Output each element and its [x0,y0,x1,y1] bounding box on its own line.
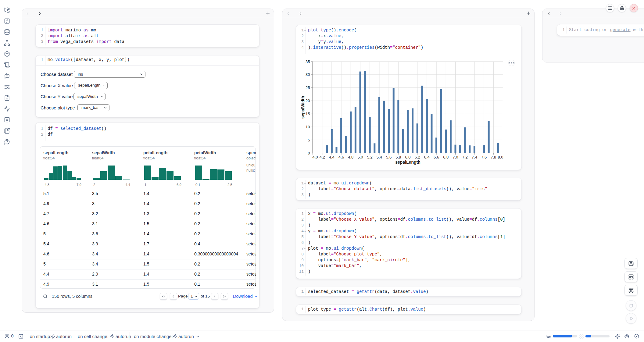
svg-text:8.0: 8.0 [498,155,503,159]
svg-text:4.8: 4.8 [348,155,353,159]
svg-text:7.8: 7.8 [491,155,496,159]
svg-text:25: 25 [306,85,310,90]
svg-text:6.0: 6.0 [405,155,410,159]
svg-text:6.4: 6.4 [424,155,430,159]
svg-text:4.4: 4.4 [329,155,335,159]
svg-text:4.0: 4.0 [313,155,318,159]
svg-text:7.2: 7.2 [462,155,468,159]
svg-text:10: 10 [306,125,310,129]
svg-text:5.2: 5.2 [367,155,373,159]
svg-text:6.6: 6.6 [434,155,439,159]
svg-text:5.6: 5.6 [386,155,392,159]
svg-text:20: 20 [306,98,310,103]
svg-text:sepalLength: sepalLength [395,160,420,165]
svg-text:sepalWidth: sepalWidth [300,96,305,119]
svg-text:6.2: 6.2 [415,155,420,159]
svg-text:5.8: 5.8 [395,155,401,159]
svg-text:7.0: 7.0 [453,155,458,159]
svg-text:7.4: 7.4 [472,155,477,159]
svg-text:5.0: 5.0 [357,155,363,159]
svg-text:30: 30 [306,72,310,77]
svg-text:35: 35 [306,59,310,64]
svg-text:15: 15 [306,112,310,116]
svg-text:4.6: 4.6 [338,155,344,159]
svg-text:7.6: 7.6 [481,155,487,159]
svg-text:4.2: 4.2 [320,155,325,159]
svg-text:0: 0 [308,151,310,155]
svg-text:5.4: 5.4 [377,155,382,159]
svg-text:6.8: 6.8 [443,155,449,159]
svg-text:5: 5 [308,138,310,142]
